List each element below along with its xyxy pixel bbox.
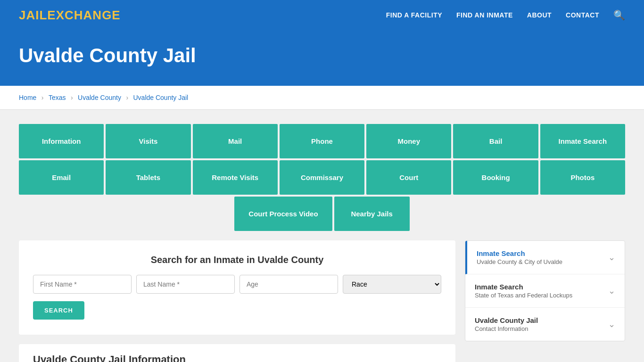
logo-part1: JAIL [19,8,47,22]
chevron-down-icon-2: ⌄ [608,286,615,296]
race-select[interactable]: Race White Black Hispanic Asian Other [343,275,441,294]
search-title: Search for an Inmate in Uvalde County [33,255,441,265]
main-nav: FIND A FACILITY FIND AN INMATE ABOUT CON… [386,9,625,21]
page-title: Uvalde County Jail [19,44,625,67]
court-process-video-tile[interactable]: Court Process Video [234,197,332,231]
age-input[interactable] [239,275,338,294]
info-section: Uvalde County Jail Information [19,344,455,362]
sidebar-item-subtitle-3: Contact Information [475,325,538,332]
first-name-input[interactable] [33,275,132,294]
sidebar-item-title-3: Uvalde County Jail [475,316,538,324]
money-tile[interactable]: Money [366,124,451,158]
breadcrumb: Home › Texas › Uvalde County › Uvalde Co… [0,86,644,110]
bail-tile[interactable]: Bail [453,124,538,158]
texas-breadcrumb[interactable]: Texas [49,94,66,101]
inmate-search-tile[interactable]: Inmate Search [540,124,625,158]
sidebar-item-text-3: Uvalde County Jail Contact Information [475,316,538,332]
remote-visits-tile[interactable]: Remote Visits [193,160,278,195]
breadcrumb-sep-2: › [71,94,73,101]
breadcrumb-sep-3: › [126,94,128,101]
chevron-down-icon-3: ⌄ [608,319,615,329]
tablets-tile[interactable]: Tablets [106,160,190,195]
sidebar-inmate-search-texas[interactable]: Inmate Search State of Texas and Federal… [465,274,625,308]
information-tile[interactable]: Information [19,124,104,158]
photos-tile[interactable]: Photos [540,160,625,195]
breadcrumb-sep-1: › [41,94,44,101]
mail-tile[interactable]: Mail [193,124,278,158]
about-link[interactable]: ABOUT [527,11,552,19]
inmate-search-box: Search for an Inmate in Uvalde County Ra… [19,240,455,335]
visits-tile[interactable]: Visits [106,124,190,158]
uvalde-county-breadcrumb[interactable]: Uvalde County [78,94,121,101]
logo-part2-rest: XCHANGE [56,8,121,22]
tiles-row3: Court Process Video Nearby Jails [19,197,625,231]
sidebar-item-subtitle-2: State of Texas and Federal Lockups [475,292,572,299]
info-title: Uvalde County Jail Information [33,354,441,362]
main-content: Information Visits Mail Phone Money Bail… [0,110,644,362]
logo[interactable]: JAILEXCHANGE [19,8,121,23]
sidebar-item-title-1: Inmate Search [477,249,562,257]
header: JAILEXCHANGE FIND A FACILITY FIND AN INM… [0,0,644,30]
sidebar-card: Inmate Search Uvalde County & City of Uv… [465,240,625,341]
sidebar-contact-info[interactable]: Uvalde County Jail Contact Information ⌄ [465,308,625,341]
tiles-row1: Information Visits Mail Phone Money Bail… [19,124,625,158]
hero-section: Uvalde County Jail [0,30,644,86]
home-breadcrumb[interactable]: Home [19,94,36,101]
content-layout: Search for an Inmate in Uvalde County Ra… [19,240,625,362]
sidebar-item-title-2: Inmate Search [475,283,572,291]
left-column: Search for an Inmate in Uvalde County Ra… [19,240,455,362]
sidebar: Inmate Search Uvalde County & City of Uv… [465,240,625,362]
email-tile[interactable]: Email [19,160,104,195]
sidebar-item-text-2: Inmate Search State of Texas and Federal… [475,283,572,299]
tiles-row2: Email Tablets Remote Visits Commissary C… [19,160,625,195]
commissary-tile[interactable]: Commissary [280,160,364,195]
sidebar-inmate-search-uvalde[interactable]: Inmate Search Uvalde County & City of Uv… [465,241,625,274]
last-name-input[interactable] [136,275,235,294]
sidebar-item-text-1: Inmate Search Uvalde County & City of Uv… [477,249,562,265]
uvalde-jail-breadcrumb: Uvalde County Jail [133,94,189,101]
logo-part2-highlight: E [47,8,56,22]
phone-tile[interactable]: Phone [280,124,364,158]
search-icon-button[interactable]: 🔍 [613,9,625,21]
search-button[interactable]: SEARCH [33,301,84,320]
nearby-jails-tile[interactable]: Nearby Jails [334,197,410,231]
find-facility-link[interactable]: FIND A FACILITY [386,11,442,19]
sidebar-item-subtitle-1: Uvalde County & City of Uvalde [477,258,562,265]
contact-link[interactable]: CONTACT [566,11,599,19]
search-fields: Race White Black Hispanic Asian Other [33,275,441,294]
chevron-down-icon-1: ⌄ [608,252,615,263]
find-inmate-link[interactable]: FIND AN INMATE [456,11,513,19]
court-tile[interactable]: Court [366,160,451,195]
booking-tile[interactable]: Booking [453,160,538,195]
